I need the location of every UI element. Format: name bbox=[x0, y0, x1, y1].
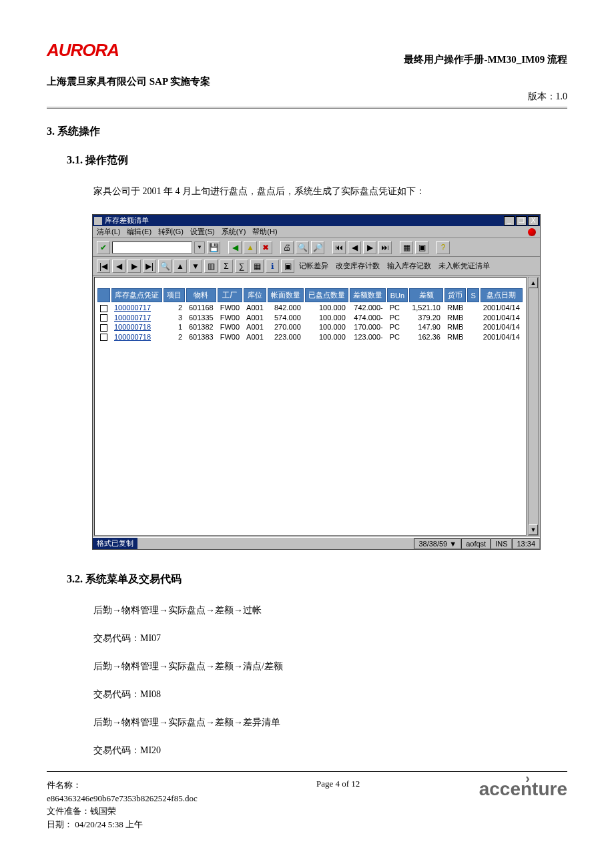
next-page-icon[interactable]: ▶ bbox=[363, 241, 376, 254]
cell-docno[interactable]: 100000718 bbox=[111, 333, 162, 342]
col-date[interactable]: 盘点日期 bbox=[481, 288, 523, 302]
last-page-icon[interactable]: ⏭ bbox=[378, 241, 392, 254]
cell-bun: PC bbox=[387, 304, 408, 312]
save-icon[interactable]: 💾 bbox=[207, 241, 220, 254]
sort-desc-icon[interactable]: ▼ bbox=[189, 260, 202, 273]
shortcut-icon[interactable]: ▣ bbox=[415, 241, 428, 254]
exit-icon[interactable]: ▲ bbox=[244, 241, 257, 254]
cell-diffqty: 742.000- bbox=[350, 304, 386, 312]
maximize-button[interactable]: ❐ bbox=[516, 216, 527, 226]
sap-menubar[interactable]: 清单(L) 编辑(E) 转到(G) 设置(S) 系统(Y) 帮助(H) bbox=[93, 226, 540, 238]
aurora-logo: AURORA bbox=[47, 40, 119, 61]
col-plant[interactable]: 工厂 bbox=[218, 288, 242, 302]
layout-icon[interactable]: ▣ bbox=[281, 260, 294, 273]
print-icon[interactable]: 🖨 bbox=[280, 241, 294, 254]
find-icon[interactable]: 🔍 bbox=[296, 241, 309, 254]
col-checkbox[interactable] bbox=[97, 288, 110, 302]
nav-last-icon[interactable]: ▶| bbox=[143, 260, 156, 273]
row-checkbox[interactable] bbox=[100, 305, 107, 312]
subtotal-icon[interactable]: ∑ bbox=[235, 260, 248, 273]
col-diffval[interactable]: 差额 bbox=[409, 288, 443, 302]
row-checkbox[interactable] bbox=[100, 324, 107, 332]
detail-icon[interactable]: 🔍 bbox=[158, 260, 172, 273]
cell-docno[interactable]: 100000718 bbox=[111, 323, 162, 332]
menu-edit[interactable]: 编辑(E) bbox=[127, 227, 151, 237]
table-row[interactable]: 1000007172601168FW00A001842.000100.00074… bbox=[97, 304, 523, 312]
cancel-icon[interactable]: ✖ bbox=[259, 241, 272, 254]
cell-date: 2001/04/14 bbox=[481, 333, 523, 342]
cell-docno[interactable]: 100000717 bbox=[111, 304, 162, 312]
col-s[interactable]: S bbox=[467, 288, 479, 302]
col-bookqty[interactable]: 帐面数量 bbox=[268, 288, 304, 302]
doc-title: 最终用户操作手册-MM30_IM09 流程 bbox=[404, 53, 567, 66]
col-bun[interactable]: BUn bbox=[387, 288, 408, 302]
enter-icon[interactable]: ✔ bbox=[97, 241, 110, 254]
vertical-scrollbar[interactable]: ▲ ▼ bbox=[528, 277, 539, 536]
cell-diffqty: 474.000- bbox=[350, 314, 386, 322]
menu-settings[interactable]: 设置(S) bbox=[190, 227, 215, 237]
toolbar-label-change-count[interactable]: 改变库存计数 bbox=[333, 261, 382, 271]
help-icon[interactable]: ? bbox=[436, 241, 450, 254]
command-dropdown[interactable]: ▼ bbox=[194, 242, 205, 254]
col-countqty[interactable]: 已盘点数量 bbox=[305, 288, 348, 302]
new-session-icon[interactable]: ▦ bbox=[400, 241, 413, 254]
prev-page-icon[interactable]: ◀ bbox=[348, 241, 361, 254]
toolbar-label-unposted-list[interactable]: 未入帐凭证清单 bbox=[436, 261, 493, 271]
menu-path: 后勤→物料管理→实际盘点→差额→清点/差额 bbox=[93, 657, 567, 676]
cell-bookqty: 574.000 bbox=[268, 314, 304, 322]
cell-material: 601168 bbox=[186, 304, 216, 312]
toolbar-label-post-diff[interactable]: 记帐差异 bbox=[296, 261, 331, 271]
info-icon[interactable]: ℹ bbox=[266, 260, 279, 273]
section-3-heading: 3. 系统操作 bbox=[47, 125, 567, 139]
toolbar-label-enter-count[interactable]: 输入库存记数 bbox=[384, 261, 434, 271]
row-checkbox[interactable] bbox=[100, 314, 107, 322]
row-checkbox[interactable] bbox=[100, 334, 107, 341]
col-storage[interactable]: 库位 bbox=[244, 288, 266, 302]
section-3-1-heading: 3.1. 操作范例 bbox=[67, 153, 567, 167]
col-item[interactable]: 项目 bbox=[164, 288, 185, 302]
status-mode: INS bbox=[491, 538, 512, 549]
footer-page-info: Page 4 of 12 bbox=[316, 779, 360, 789]
table-row[interactable]: 1000007181601382FW00A001270.000100.00017… bbox=[97, 323, 523, 332]
menu-help[interactable]: 帮助(H) bbox=[252, 227, 277, 237]
menu-goto[interactable]: 转到(G) bbox=[158, 227, 184, 237]
sap-titlebar[interactable]: 库存差额清单 _ ❐ X bbox=[93, 215, 540, 226]
scroll-down-icon[interactable]: ▼ bbox=[529, 524, 538, 535]
export-icon[interactable]: ▦ bbox=[250, 260, 264, 273]
sort-asc-icon[interactable]: ▲ bbox=[174, 260, 187, 273]
cell-bookqty: 223.000 bbox=[268, 333, 304, 342]
command-field[interactable] bbox=[112, 242, 192, 254]
find-next-icon[interactable]: 🔎 bbox=[311, 241, 324, 254]
col-docno[interactable]: 库存盘点凭证 bbox=[111, 288, 162, 302]
cell-storage: A001 bbox=[244, 323, 266, 332]
table-row[interactable]: 1000007173601335FW00A001574.000100.00047… bbox=[97, 314, 523, 322]
col-diffqty[interactable]: 差额数量 bbox=[350, 288, 386, 302]
cell-material: 601383 bbox=[186, 333, 216, 342]
close-button[interactable]: X bbox=[528, 216, 539, 226]
menu-path: 后勤→物料管理→实际盘点→差额→差异清单 bbox=[93, 713, 567, 732]
scroll-up-icon[interactable]: ▲ bbox=[529, 278, 538, 288]
intro-paragraph: 家具公司于 2001 年 4 月上旬进行盘点，盘点后，系统生成了实际盘点凭证如下… bbox=[93, 182, 567, 201]
cell-storage: A001 bbox=[244, 304, 266, 312]
cell-diffqty: 123.000- bbox=[350, 333, 386, 342]
sap-color-indicator[interactable] bbox=[528, 228, 536, 236]
cell-storage: A001 bbox=[244, 314, 266, 322]
nav-first-icon[interactable]: |◀ bbox=[97, 260, 110, 273]
table-header-row: 库存盘点凭证 项目 物料 工厂 库位 帐面数量 已盘点数量 差额数量 BUn 差… bbox=[97, 288, 523, 302]
cell-plant: FW00 bbox=[218, 333, 242, 342]
total-icon[interactable]: Σ bbox=[220, 260, 233, 273]
nav-prev-icon[interactable]: ◀ bbox=[112, 260, 125, 273]
status-message: 格式已复制 bbox=[93, 538, 137, 549]
col-currency[interactable]: 货币 bbox=[444, 288, 466, 302]
sap-window-title: 库存差额清单 bbox=[105, 215, 504, 226]
cell-docno[interactable]: 100000717 bbox=[111, 314, 162, 322]
menu-system[interactable]: 系统(Y) bbox=[222, 227, 246, 237]
col-material[interactable]: 物料 bbox=[186, 288, 216, 302]
filter-icon[interactable]: ▥ bbox=[204, 260, 218, 273]
minimize-button[interactable]: _ bbox=[504, 216, 515, 226]
back-icon[interactable]: ◀ bbox=[228, 241, 242, 254]
first-page-icon[interactable]: ⏮ bbox=[332, 241, 346, 254]
table-row[interactable]: 1000007182601383FW00A001223.000100.00012… bbox=[97, 333, 523, 342]
menu-list[interactable]: 清单(L) bbox=[97, 227, 120, 237]
nav-next-icon[interactable]: ▶ bbox=[127, 260, 141, 273]
